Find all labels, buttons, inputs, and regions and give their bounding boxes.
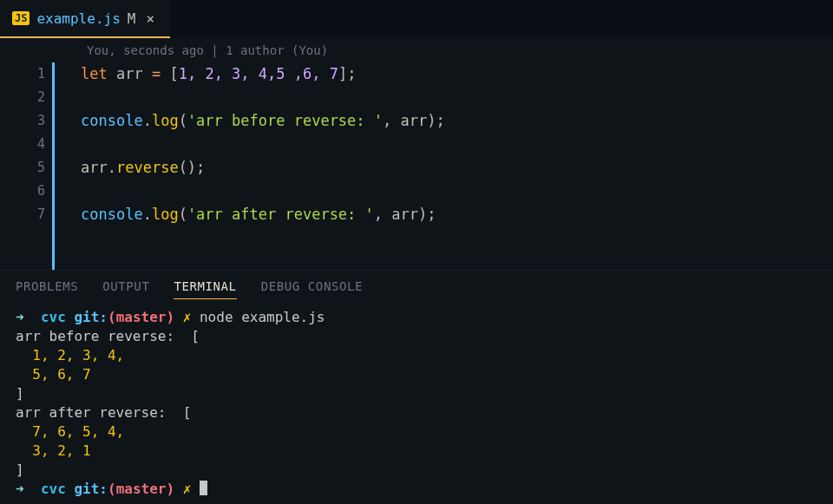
line-number: 5	[0, 156, 45, 180]
code-line[interactable]: console.log('arr after reverse: ', arr);	[81, 203, 833, 226]
code-line[interactable]	[81, 133, 833, 156]
code-line[interactable]: console.log('arr before reverse: ', arr)…	[81, 109, 833, 133]
git-change-indicator	[52, 62, 55, 270]
code-area[interactable]: 1 2 3 4 5 6 7 let arr = [1, 2, 3, 4,5 ,6…	[0, 62, 833, 270]
line-number: 4	[0, 133, 45, 156]
code-lines[interactable]: let arr = [1, 2, 3, 4,5 ,6, 7]; console.…	[81, 62, 833, 270]
terminal-cursor	[200, 481, 207, 495]
gitlens-annotation[interactable]: You, seconds ago | 1 author (You)	[0, 38, 833, 62]
line-number: 7	[0, 203, 45, 226]
close-icon[interactable]: ×	[142, 10, 158, 27]
code-line[interactable]: let arr = [1, 2, 3, 4,5 ,6, 7];	[81, 62, 833, 86]
terminal-content[interactable]: ➜ cvc git:(master) ✗ node example.js arr…	[0, 304, 833, 504]
tab-output[interactable]: OUTPUT	[102, 279, 149, 299]
editor-pane: You, seconds ago | 1 author (You) 1 2 3 …	[0, 38, 833, 270]
line-number: 2	[0, 86, 45, 109]
javascript-icon: JS	[12, 11, 30, 25]
line-number: 6	[0, 180, 45, 203]
tab-debug-console[interactable]: DEBUG CONSOLE	[261, 279, 363, 299]
line-number-gutter: 1 2 3 4 5 6 7	[0, 62, 52, 270]
bottom-panel: PROBLEMS OUTPUT TERMINAL DEBUG CONSOLE ➜…	[0, 270, 833, 504]
code-line[interactable]: arr.reverse();	[81, 156, 833, 180]
panel-tabbar: PROBLEMS OUTPUT TERMINAL DEBUG CONSOLE	[0, 271, 833, 304]
tab-terminal[interactable]: TERMINAL	[174, 279, 236, 299]
line-number: 3	[0, 109, 45, 133]
file-tab-example-js[interactable]: JS example.js M ×	[0, 0, 170, 38]
tab-filename: example.js	[36, 10, 120, 27]
code-line[interactable]	[81, 86, 833, 109]
tab-problems[interactable]: PROBLEMS	[16, 279, 78, 299]
code-line[interactable]	[81, 180, 833, 203]
line-number: 1	[0, 62, 45, 86]
tab-modified-indicator: M	[128, 10, 136, 27]
editor-tabbar: JS example.js M ×	[0, 0, 833, 38]
